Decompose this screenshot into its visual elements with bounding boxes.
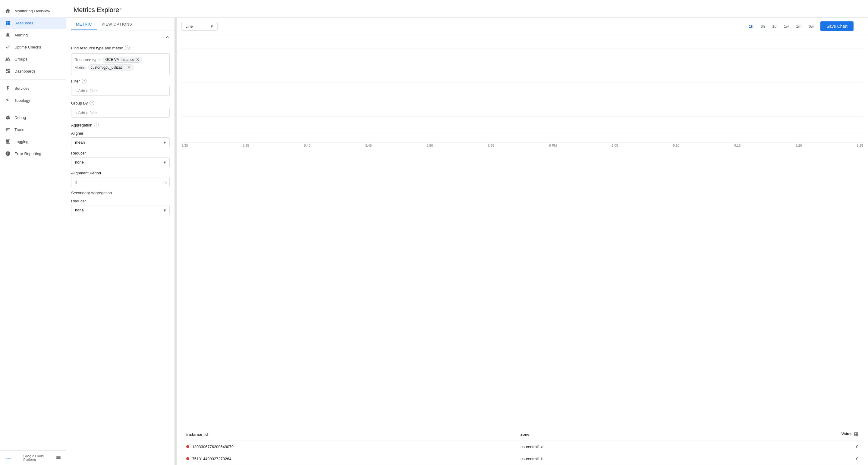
sidebar-item-label: Trace bbox=[14, 127, 24, 132]
data-table-container: instance_id zone Value ⊞ bbox=[177, 428, 868, 465]
chart-toolbar: Line ▼ 1h 6h 1d 1w 1m 6w Save Chart ⋮ bbox=[177, 18, 868, 35]
group-by-label: Group By bbox=[71, 101, 88, 105]
secondary-reducer-select-wrap: none mean sum ▼ bbox=[71, 205, 170, 215]
filter-input[interactable] bbox=[71, 86, 170, 96]
sidebar-logo: Google Google Cloud Platform bbox=[0, 450, 66, 465]
error-reporting-icon bbox=[5, 151, 11, 157]
alignment-period-wrap: m bbox=[71, 177, 170, 187]
aggregation-label: Aggregation bbox=[71, 123, 92, 127]
dashboards-icon bbox=[5, 68, 11, 74]
secondary-reducer-label: Reducer bbox=[71, 199, 170, 203]
sidebar-item-logging[interactable]: Logging bbox=[0, 135, 66, 147]
tab-metric[interactable]: METRIC bbox=[71, 18, 97, 30]
time-btn-6h[interactable]: 6h bbox=[758, 22, 768, 30]
aligner-select[interactable]: mean sum min max count none bbox=[71, 137, 170, 147]
resource-type-row: Resource type: GCE VM Instance ✕ bbox=[74, 57, 166, 63]
more-options-icon[interactable]: ⋮ bbox=[855, 22, 863, 31]
instance-id-cell-0: 1393306776200649079 bbox=[181, 441, 516, 453]
filter-help-icon[interactable]: ? bbox=[82, 78, 87, 84]
time-btn-1h[interactable]: 1h bbox=[746, 22, 756, 30]
sidebar: Monitoring Overview Resources Alerting U… bbox=[0, 0, 66, 465]
sidebar-item-alerting[interactable]: Alerting bbox=[0, 29, 66, 41]
group-by-input[interactable] bbox=[71, 108, 170, 118]
row-color-dot-0 bbox=[186, 445, 189, 448]
sidebar-item-debug[interactable]: Debug bbox=[0, 111, 66, 124]
time-buttons: 1h 6h 1d 1w 1m 6w Save Chart ⋮ bbox=[746, 22, 863, 31]
save-chart-button[interactable]: Save Chart bbox=[820, 22, 854, 31]
col-value: Value ⊞ bbox=[707, 428, 863, 441]
logging-icon bbox=[5, 138, 11, 144]
logo-text: Google Cloud Platform bbox=[24, 454, 53, 461]
collapse-button[interactable]: ⌃ bbox=[165, 35, 170, 42]
sidebar-item-trace[interactable]: Trace bbox=[0, 124, 66, 135]
x-label-0: 8:30 bbox=[181, 144, 188, 147]
find-resource-label: Find resource type and metric bbox=[71, 46, 123, 50]
metric-close-icon[interactable]: ✕ bbox=[127, 65, 131, 70]
home-icon bbox=[5, 8, 11, 14]
sidebar-item-label: Uptime Checks bbox=[14, 45, 41, 49]
table-view-icon[interactable]: ⊞ bbox=[854, 431, 858, 437]
sidebar-item-label: Error Reporting bbox=[14, 152, 41, 156]
time-btn-6w[interactable]: 6w bbox=[806, 22, 817, 30]
zone-cell-1: us-central1-b bbox=[516, 453, 707, 465]
value-cell-1: 0 bbox=[707, 453, 863, 465]
trace-icon bbox=[5, 127, 11, 133]
chart-type-dropdown-icon: ▼ bbox=[210, 24, 214, 29]
time-btn-1w[interactable]: 1w bbox=[781, 22, 792, 30]
chart-type-select[interactable]: Line ▼ bbox=[181, 22, 218, 31]
find-resource-help-icon[interactable]: ? bbox=[125, 45, 130, 50]
x-label-3: 8:45 bbox=[365, 144, 372, 147]
col-instance-id: instance_id bbox=[181, 428, 516, 441]
debug-icon bbox=[5, 114, 11, 121]
sidebar-item-label: Groups bbox=[14, 57, 27, 61]
aligner-select-wrap: mean sum min max count none ▼ bbox=[71, 137, 170, 147]
reducer-select[interactable]: none mean sum min max bbox=[71, 157, 170, 167]
x-label-10: 9:20 bbox=[795, 144, 802, 147]
sidebar-item-label: Alerting bbox=[14, 33, 28, 37]
data-table: instance_id zone Value ⊞ bbox=[181, 428, 863, 465]
chart-empty-area bbox=[181, 40, 863, 142]
resources-icon bbox=[5, 20, 11, 26]
find-resource-section: ⌃ Find resource type and metric ? Resour… bbox=[66, 30, 175, 220]
alignment-period-label: Alignment Period bbox=[71, 171, 170, 175]
page-header: Metrics Explorer bbox=[66, 0, 868, 18]
sidebar-item-monitoring-overview[interactable]: Monitoring Overview bbox=[0, 5, 66, 17]
secondary-reducer-select[interactable]: none mean sum bbox=[71, 205, 170, 215]
tab-view-options[interactable]: VIEW OPTIONS bbox=[97, 18, 137, 30]
svg-text:Google: Google bbox=[5, 457, 11, 459]
alignment-period-input[interactable] bbox=[71, 177, 170, 187]
groups-icon bbox=[5, 56, 11, 62]
sidebar-item-topology[interactable]: Topology bbox=[0, 94, 66, 106]
alerting-icon bbox=[5, 32, 11, 38]
table-row: 1393306776200649079 us-central1-a 0 bbox=[181, 441, 863, 453]
time-btn-1d[interactable]: 1d bbox=[769, 22, 779, 30]
resource-type-close-icon[interactable]: ✕ bbox=[136, 58, 140, 62]
table-row: 751314409327270264 us-central1-b 0 bbox=[181, 453, 863, 465]
sidebar-item-groups[interactable]: Groups bbox=[0, 53, 66, 65]
content-area: METRIC VIEW OPTIONS ⌃ Find resource type… bbox=[66, 18, 868, 465]
metric-chip[interactable]: custom/gpu_utilizati... ✕ bbox=[88, 64, 133, 70]
google-logo: Google bbox=[5, 455, 21, 461]
reducer-label: Reducer bbox=[71, 151, 170, 156]
x-label-1: 8:35 bbox=[243, 144, 249, 147]
chart-type-value: Line bbox=[185, 24, 193, 29]
sidebar-item-dashboards[interactable]: Dashboards bbox=[0, 65, 66, 77]
resource-type-chip[interactable]: GCE VM Instance ✕ bbox=[102, 57, 142, 63]
group-by-help-icon[interactable]: ? bbox=[90, 101, 94, 105]
sidebar-toggle-icon[interactable] bbox=[56, 455, 61, 461]
x-label-7: 9:05 bbox=[612, 144, 618, 147]
sidebar-item-label: Resources bbox=[14, 21, 33, 25]
sidebar-item-resources[interactable]: Resources bbox=[0, 17, 66, 29]
sidebar-item-label: Dashboards bbox=[14, 69, 36, 73]
sidebar-item-uptime-checks[interactable]: Uptime Checks bbox=[0, 41, 66, 53]
x-label-2: 8:40 bbox=[304, 144, 310, 147]
reducer-select-wrap: none mean sum min max ▼ bbox=[71, 157, 170, 167]
chart-grid-lines bbox=[181, 40, 863, 142]
chart-x-axis: 8:30 8:35 8:40 8:45 8:50 8:55 9 PM 9:05 … bbox=[181, 142, 863, 150]
aggregation-help-icon[interactable]: ? bbox=[94, 123, 99, 127]
time-btn-1m[interactable]: 1m bbox=[793, 22, 804, 30]
sidebar-item-services[interactable]: Services bbox=[0, 82, 66, 94]
topology-icon bbox=[5, 97, 11, 103]
sidebar-item-error-reporting[interactable]: Error Reporting bbox=[0, 147, 66, 160]
x-label-11: 9:25 bbox=[857, 144, 863, 147]
